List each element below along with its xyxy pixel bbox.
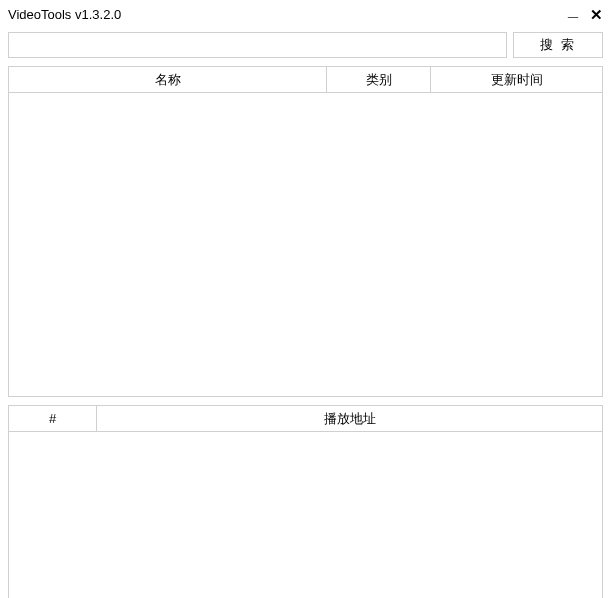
search-button[interactable]: 搜 索	[513, 32, 603, 58]
window-controls: _ ✕	[568, 5, 603, 23]
column-header-updatetime[interactable]: 更新时间	[431, 67, 602, 92]
minimize-icon[interactable]: _	[568, 1, 578, 19]
column-header-name[interactable]: 名称	[9, 67, 327, 92]
results-table: 名称 类别 更新时间	[8, 66, 603, 397]
column-header-category[interactable]: 类别	[327, 67, 431, 92]
playurl-table-body[interactable]	[9, 432, 602, 598]
column-header-playurl[interactable]: 播放地址	[97, 406, 602, 431]
close-icon[interactable]: ✕	[590, 7, 603, 22]
titlebar: VideoTools v1.3.2.0 _ ✕	[0, 0, 611, 28]
column-header-num[interactable]: #	[9, 406, 97, 431]
search-input[interactable]	[8, 32, 507, 58]
search-row: 搜 索	[0, 28, 611, 62]
playurl-table: # 播放地址	[8, 405, 603, 598]
playurl-table-header: # 播放地址	[9, 406, 602, 432]
results-table-body[interactable]	[9, 93, 602, 396]
results-table-header: 名称 类别 更新时间	[9, 67, 602, 93]
window-title: VideoTools v1.3.2.0	[8, 7, 121, 22]
